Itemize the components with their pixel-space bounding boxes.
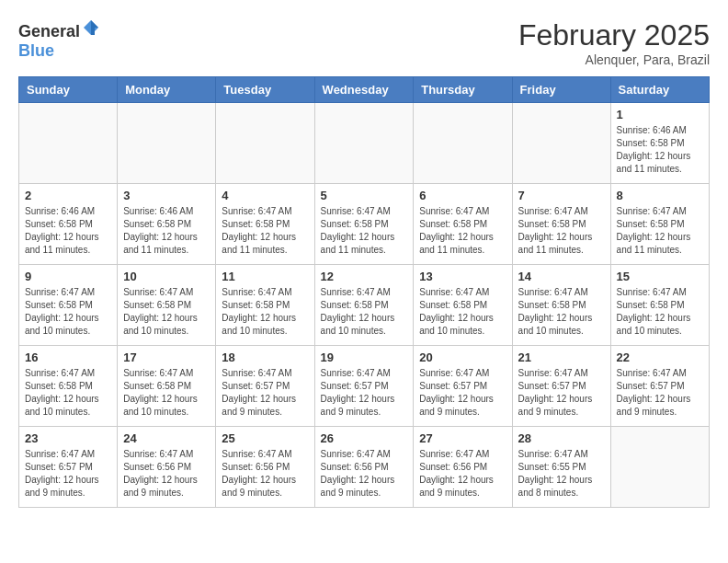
calendar-day-cell: [512, 103, 610, 184]
logo-general: General: [18, 22, 80, 40]
day-number: 27: [419, 431, 506, 445]
day-number: 16: [25, 350, 111, 364]
day-info: Sunrise: 6:47 AM Sunset: 6:55 PM Dayligh…: [518, 448, 605, 500]
day-number: 17: [123, 350, 210, 364]
day-info: Sunrise: 6:47 AM Sunset: 6:57 PM Dayligh…: [419, 367, 506, 419]
day-number: 4: [222, 189, 308, 202]
day-info: Sunrise: 6:47 AM Sunset: 6:57 PM Dayligh…: [222, 367, 308, 419]
day-number: 2: [25, 189, 111, 202]
day-info: Sunrise: 6:46 AM Sunset: 6:58 PM Dayligh…: [123, 205, 210, 257]
calendar-day-cell: 7Sunrise: 6:47 AM Sunset: 6:58 PM Daylig…: [512, 184, 610, 265]
calendar-day-cell: 19Sunrise: 6:47 AM Sunset: 6:57 PM Dayli…: [314, 346, 414, 427]
calendar-day-cell: 10Sunrise: 6:47 AM Sunset: 6:58 PM Dayli…: [118, 265, 216, 346]
calendar-day-cell: 9Sunrise: 6:47 AM Sunset: 6:58 PM Daylig…: [19, 265, 118, 346]
day-number: 22: [617, 350, 703, 364]
day-number: 24: [123, 431, 210, 445]
day-info: Sunrise: 6:47 AM Sunset: 6:57 PM Dayligh…: [518, 367, 605, 419]
svg-marker-1: [91, 20, 98, 35]
logo: General Blue: [18, 18, 100, 61]
calendar-day-cell: 22Sunrise: 6:47 AM Sunset: 6:57 PM Dayli…: [610, 346, 709, 427]
calendar-day-cell: 26Sunrise: 6:47 AM Sunset: 6:56 PM Dayli…: [314, 427, 414, 508]
day-number: 3: [123, 189, 210, 202]
day-of-week-header: Sunday: [19, 77, 118, 103]
calendar-day-cell: [414, 103, 512, 184]
day-of-week-header: Friday: [512, 77, 610, 103]
day-info: Sunrise: 6:47 AM Sunset: 6:58 PM Dayligh…: [222, 286, 308, 338]
day-of-week-header: Tuesday: [216, 77, 314, 103]
day-info: Sunrise: 6:47 AM Sunset: 6:57 PM Dayligh…: [25, 448, 111, 500]
calendar-day-cell: 21Sunrise: 6:47 AM Sunset: 6:57 PM Dayli…: [512, 346, 610, 427]
calendar-day-cell: 18Sunrise: 6:47 AM Sunset: 6:57 PM Dayli…: [216, 346, 314, 427]
logo-blue: Blue: [18, 41, 54, 60]
day-number: 23: [25, 431, 111, 445]
month-year: February 2025: [518, 18, 710, 52]
day-number: 14: [518, 270, 605, 283]
day-info: Sunrise: 6:47 AM Sunset: 6:58 PM Dayligh…: [617, 205, 703, 257]
calendar-day-cell: 17Sunrise: 6:47 AM Sunset: 6:58 PM Dayli…: [118, 346, 216, 427]
day-info: Sunrise: 6:47 AM Sunset: 6:56 PM Dayligh…: [321, 448, 408, 500]
day-info: Sunrise: 6:47 AM Sunset: 6:58 PM Dayligh…: [518, 286, 605, 338]
calendar-week-row: 23Sunrise: 6:47 AM Sunset: 6:57 PM Dayli…: [19, 427, 710, 508]
day-number: 13: [419, 270, 506, 283]
day-number: 5: [321, 189, 408, 202]
day-number: 9: [25, 270, 111, 283]
day-number: 20: [419, 350, 506, 364]
day-info: Sunrise: 6:47 AM Sunset: 6:57 PM Dayligh…: [321, 367, 408, 419]
day-number: 19: [321, 350, 408, 364]
calendar-day-cell: 25Sunrise: 6:47 AM Sunset: 6:56 PM Dayli…: [216, 427, 314, 508]
day-info: Sunrise: 6:46 AM Sunset: 6:58 PM Dayligh…: [617, 124, 703, 176]
day-info: Sunrise: 6:47 AM Sunset: 6:56 PM Dayligh…: [222, 448, 308, 500]
day-number: 21: [518, 350, 605, 364]
day-number: 6: [419, 189, 506, 202]
calendar-day-cell: 23Sunrise: 6:47 AM Sunset: 6:57 PM Dayli…: [19, 427, 118, 508]
day-info: Sunrise: 6:47 AM Sunset: 6:56 PM Dayligh…: [123, 448, 210, 500]
calendar-day-cell: 1Sunrise: 6:46 AM Sunset: 6:58 PM Daylig…: [610, 103, 709, 184]
page-header: General Blue February 2025 Alenquer, Par…: [18, 18, 710, 67]
calendar-day-cell: 16Sunrise: 6:47 AM Sunset: 6:58 PM Dayli…: [19, 346, 118, 427]
logo-icon: [82, 18, 100, 37]
day-info: Sunrise: 6:47 AM Sunset: 6:57 PM Dayligh…: [617, 367, 703, 419]
day-number: 18: [222, 350, 308, 364]
day-info: Sunrise: 6:47 AM Sunset: 6:58 PM Dayligh…: [321, 286, 408, 338]
day-info: Sunrise: 6:47 AM Sunset: 6:58 PM Dayligh…: [617, 286, 703, 338]
day-info: Sunrise: 6:46 AM Sunset: 6:58 PM Dayligh…: [25, 205, 111, 257]
calendar-day-cell: 2Sunrise: 6:46 AM Sunset: 6:58 PM Daylig…: [19, 184, 118, 265]
calendar-week-row: 1Sunrise: 6:46 AM Sunset: 6:58 PM Daylig…: [19, 103, 710, 184]
calendar-header-row: SundayMondayTuesdayWednesdayThursdayFrid…: [19, 77, 710, 103]
day-of-week-header: Wednesday: [314, 77, 414, 103]
calendar-day-cell: 8Sunrise: 6:47 AM Sunset: 6:58 PM Daylig…: [610, 184, 709, 265]
day-info: Sunrise: 6:47 AM Sunset: 6:58 PM Dayligh…: [419, 286, 506, 338]
logo-text: General Blue: [18, 18, 100, 61]
day-number: 7: [518, 189, 605, 202]
calendar-day-cell: 5Sunrise: 6:47 AM Sunset: 6:58 PM Daylig…: [314, 184, 414, 265]
day-info: Sunrise: 6:47 AM Sunset: 6:58 PM Dayligh…: [25, 286, 111, 338]
day-info: Sunrise: 6:47 AM Sunset: 6:58 PM Dayligh…: [321, 205, 408, 257]
title-area: February 2025 Alenquer, Para, Brazil: [518, 18, 710, 67]
day-info: Sunrise: 6:47 AM Sunset: 6:56 PM Dayligh…: [419, 448, 506, 500]
calendar-day-cell: 20Sunrise: 6:47 AM Sunset: 6:57 PM Dayli…: [414, 346, 512, 427]
day-number: 28: [518, 431, 605, 445]
day-number: 1: [617, 108, 703, 121]
calendar-day-cell: [610, 427, 709, 508]
location: Alenquer, Para, Brazil: [518, 52, 710, 67]
calendar-day-cell: 12Sunrise: 6:47 AM Sunset: 6:58 PM Dayli…: [314, 265, 414, 346]
calendar-day-cell: 3Sunrise: 6:46 AM Sunset: 6:58 PM Daylig…: [118, 184, 216, 265]
day-number: 15: [617, 270, 703, 283]
day-number: 11: [222, 270, 308, 283]
calendar-day-cell: [19, 103, 118, 184]
day-number: 10: [123, 270, 210, 283]
day-info: Sunrise: 6:47 AM Sunset: 6:58 PM Dayligh…: [419, 205, 506, 257]
day-of-week-header: Monday: [118, 77, 216, 103]
day-number: 26: [321, 431, 408, 445]
calendar-table: SundayMondayTuesdayWednesdayThursdayFrid…: [18, 76, 710, 508]
day-info: Sunrise: 6:47 AM Sunset: 6:58 PM Dayligh…: [222, 205, 308, 257]
calendar-day-cell: 15Sunrise: 6:47 AM Sunset: 6:58 PM Dayli…: [610, 265, 709, 346]
calendar-day-cell: 4Sunrise: 6:47 AM Sunset: 6:58 PM Daylig…: [216, 184, 314, 265]
calendar-day-cell: 28Sunrise: 6:47 AM Sunset: 6:55 PM Dayli…: [512, 427, 610, 508]
day-number: 12: [321, 270, 408, 283]
calendar-day-cell: 11Sunrise: 6:47 AM Sunset: 6:58 PM Dayli…: [216, 265, 314, 346]
calendar-day-cell: 27Sunrise: 6:47 AM Sunset: 6:56 PM Dayli…: [414, 427, 512, 508]
day-of-week-header: Thursday: [414, 77, 512, 103]
calendar-day-cell: [216, 103, 314, 184]
day-number: 25: [222, 431, 308, 445]
